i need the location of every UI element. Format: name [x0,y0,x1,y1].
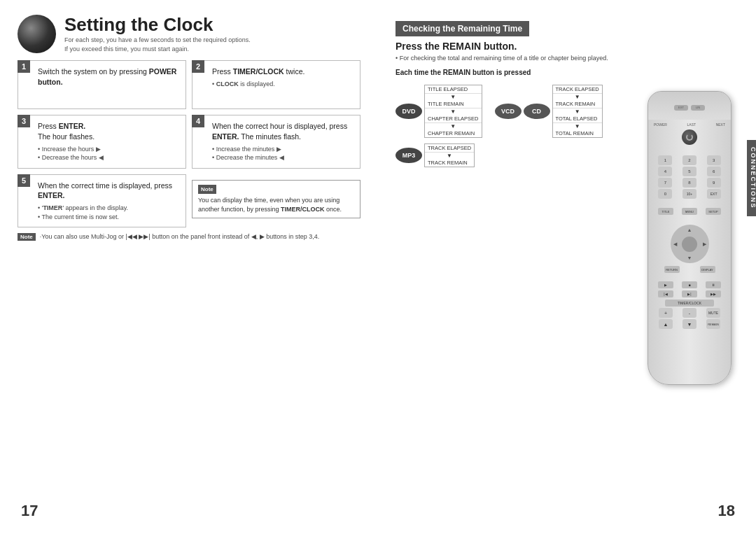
step-1-box: 1 Switch the system on by pressing POWER… [18,60,186,109]
subtitle-line1: For each step, you have a few seconds to… [64,36,251,45]
vcd-cell-total-remain: TOTAL REMAIN [553,129,596,137]
note-label: Note [198,185,216,194]
btn-stop[interactable]: ■ [682,281,697,288]
dvd-cell-title-elapsed: TITLE ELAPSED [425,85,470,93]
remote-btn-right: LIN [691,105,705,111]
vcd-cell-track-elapsed: TRACK ELAPSED [553,85,602,93]
btn-4[interactable]: 4 [658,167,672,176]
step-2-content: Press TIMER/CLOCK twice. • CLOCK is disp… [212,66,353,88]
dvd-vcd-diagram: DVD TITLE ELAPSED ▼ TITLE REMAIN ▼ CHAPT… [396,85,634,167]
remote-btn-left: EXT [674,105,688,111]
step-1-number: 1 [18,60,30,73]
remote-nav-section: ▲ ▼ ◀ ▶ RETURN DISPLAY [648,219,731,277]
bottom-note: Note ·You can also use Multi-Jog or |◀◀ … [18,233,360,243]
subtitle-line2: If you exceed this time, you must start … [64,45,251,54]
remote-top: EXT LIN [648,92,731,120]
last-label: LAST [687,122,696,127]
btn-1[interactable]: 1 [658,155,672,165]
page-title: Setting the Clock [64,14,251,36]
bottom-note-label: Note [18,233,36,241]
remain-table-title: Each time the REMAIN button is pressed [396,69,634,76]
step-1-content: Switch the system on by pressing POWER b… [38,66,178,87]
checking-header: Checking the Remaining Time [396,21,529,36]
connections-tab: CONNECTIONS [747,140,756,216]
btn-func3[interactable]: SETUP [706,208,721,215]
btn-ch-dn[interactable]: ▼ [682,319,696,329]
step-4-box: 4 When the correct hour is displayed, pr… [192,115,360,169]
step-2-bullet: • CLOCK is displayed. [212,80,353,89]
btn-ch-up[interactable]: ▲ [659,319,673,329]
btn-func2[interactable]: MENU [682,208,697,215]
extra-btn-row2: ▲ ▼ REMAIN [654,319,725,329]
note-box-inline: Note You can display the time, even when… [192,174,360,228]
step-5-number: 5 [18,174,30,187]
btn-10plus[interactable]: 10+ [682,189,696,199]
btn-mute[interactable]: MUTE [706,308,720,318]
dvd-label: DVD [396,104,422,119]
note-text: You can display the time, even when you … [198,196,354,213]
btn-func1[interactable]: TITLE [658,208,673,215]
btn-skipback[interactable]: |◀ [658,290,673,297]
btn-7[interactable]: 7 [658,178,672,188]
step-3-bullets: • Increase the hours ▶ • Decrease the ho… [38,145,178,162]
page-header: Setting the Clock For each step, you hav… [18,14,360,53]
dvd-cell-chapter-remain: CHAPTER REMAIN [425,129,477,137]
btn-8[interactable]: 8 [682,178,696,188]
remote-numpad: 1 2 3 4 5 6 7 8 9 0 10+ EXT [648,150,731,204]
btn-3[interactable]: 3 [707,155,721,165]
extra-btn-row: + - MUTE [654,308,725,318]
btn-vol-up[interactable]: + [659,308,673,318]
btn-ffwd[interactable]: ▶▶ [706,290,721,297]
remote-control: EXT LIN POWER LAST NEXT 1 2 3 [648,91,732,385]
power-icon [686,134,693,141]
vcd-cell-track-remain: TRACK REMAIN [553,100,598,108]
btn-ext[interactable]: EXT [707,189,721,199]
remote-func-section: TITLE MENU SETUP [648,204,731,219]
func-btn-row1: TITLE MENU SETUP [654,208,725,215]
btn-9[interactable]: 9 [707,178,721,188]
bottom-note-text: ·You can also use Multi-Jog or |◀◀ ▶▶| b… [40,233,320,240]
btn-2[interactable]: 2 [682,155,696,165]
step-5-bullets: • 'TIMER' appears in the display. • The … [38,204,178,221]
mp3-cell-track-remain: TRACK REMAIN [425,159,470,167]
vcd-label: VCD [495,104,522,119]
speaker-icon [18,15,56,53]
power-label: POWER [654,122,667,127]
nav-circle[interactable]: ▲ ▼ ◀ ▶ [671,225,709,263]
btn-return[interactable]: RETURN [664,266,680,273]
vcd-table: TRACK ELAPSED ▼ TRACK REMAIN ▼ TOTAL ELA… [552,85,603,138]
step-2-number: 2 [192,60,204,73]
btn-display[interactable]: DISPLAY [700,266,715,273]
btn-play[interactable]: ▶ [658,281,673,288]
btn-row-return: RETURN DISPLAY [654,266,725,273]
page-number-right: 18 [718,502,735,520]
remote-power-section: POWER LAST NEXT [648,120,731,150]
step-5-box: 5 When the correct time is displayed, pr… [18,174,186,228]
vcd-cell-total-elapsed: TOTAL ELAPSED [553,115,601,122]
header-text: Setting the Clock For each step, you hav… [64,14,251,53]
dvd-table: TITLE ELAPSED ▼ TITLE REMAIN ▼ CHAPTER E… [424,85,482,138]
page-right: Checking the Remaining Time Press the RE… [378,0,756,534]
cd-label: CD [524,104,550,119]
nav-center-btn[interactable] [682,237,697,252]
btn-pause[interactable]: ⏸ [706,281,721,288]
mp3-diagram-row: MP3 TRACK ELAPSED ▼ TRACK REMAIN [396,143,634,167]
step-4-bullets: • Increase the minutes ▶ • Decrease the … [212,145,353,162]
btn-skipfwd[interactable]: ▶| [682,290,697,297]
btn-vol-dn[interactable]: - [682,308,696,318]
btn-timer-clock[interactable]: TIMER/CLOCK [665,300,714,307]
mp3-table: TRACK ELAPSED ▼ TRACK REMAIN [424,143,475,167]
btn-6[interactable]: 6 [707,167,721,176]
step-3-content: Press ENTER.The hour flashes. • Increase… [38,121,178,162]
step-3-number: 3 [18,115,30,127]
remote-transport: ▶ ■ ⏸ |◀ ▶| ▶▶ TIMER/CLOCK + - MUTE ▲ [648,277,731,333]
btn-remain[interactable]: REMAIN [706,319,720,329]
step-5-content: When the correct time is displayed, pres… [38,181,178,222]
page-number-left: 17 [21,502,38,520]
power-button[interactable] [682,129,697,145]
btn-0[interactable]: 0 [658,189,672,199]
checking-section: Checking the Remaining Time Press the RE… [396,21,634,167]
btn-5[interactable]: 5 [682,167,696,176]
transport-row2: |◀ ▶| ▶▶ [654,290,725,297]
note-box: Note You can display the time, even when… [192,180,360,218]
